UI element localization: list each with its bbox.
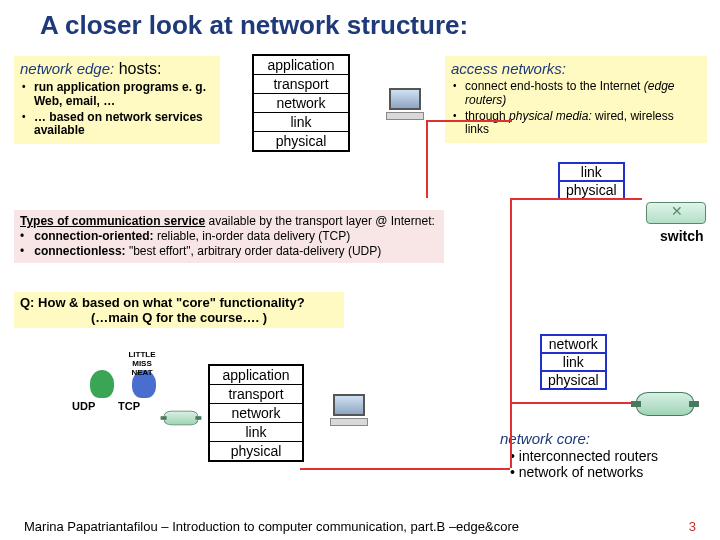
net-line-1 — [300, 468, 510, 470]
switch-label: switch — [660, 228, 704, 244]
types-title: Types of communication service available… — [20, 214, 438, 229]
tcp-label: TCP — [118, 400, 140, 412]
core-list: interconnected routers network of networ… — [510, 448, 658, 480]
net-line-5 — [510, 198, 642, 200]
access-item-1: connect end-hosts to the Internet (edge … — [451, 80, 701, 108]
switch-icon — [646, 202, 706, 224]
router-icon — [636, 392, 694, 416]
q-line2: (…main Q for the course…. ) — [20, 310, 338, 325]
stack-top-physical: physical — [254, 132, 348, 150]
little-miss-label: LITTLE MISS NEAT — [122, 350, 162, 377]
edge-list: run application programs e. g. Web, emai… — [20, 81, 214, 138]
mini-stack-net: network link physical — [540, 334, 607, 388]
access-item-2: through physical media: wired, wireless … — [451, 110, 701, 138]
net-line-3 — [426, 120, 512, 122]
page-number: 3 — [689, 519, 696, 534]
stack-top-transport: transport — [254, 75, 348, 94]
core-b2: network of networks — [510, 464, 658, 480]
edge-item-2: … based on network services available — [20, 111, 214, 139]
pc-icon-bottom — [328, 394, 370, 432]
mini-phys: physical — [558, 180, 625, 200]
udp-label: UDP — [72, 400, 95, 412]
stack-bot-network: network — [210, 404, 302, 423]
access-list: connect end-hosts to the Internet (edge … — [451, 80, 701, 137]
stack-bot-transport: transport — [210, 385, 302, 404]
edge-box: network edge: hosts: run application pro… — [14, 56, 220, 144]
stack-bot-physical: physical — [210, 442, 302, 460]
pc-icon-top — [384, 88, 426, 126]
stack-bot-application: application — [210, 366, 302, 385]
slide-title: A closer look at network structure: — [0, 0, 720, 43]
q-line1: Q: How & based on what "core" functional… — [20, 295, 338, 310]
edge-header: network edge: hosts: — [20, 60, 214, 78]
net-line-4 — [426, 120, 428, 198]
types-b1: • connection-oriented: reliable, in-orde… — [20, 229, 438, 244]
stack-top-link: link — [254, 113, 348, 132]
core-header: network core: — [500, 430, 590, 447]
edge-item-1: run application programs e. g. Web, emai… — [20, 81, 214, 109]
mini-link: link — [558, 162, 625, 182]
stack-top: application transport network link physi… — [252, 54, 350, 152]
char-udp — [90, 370, 114, 398]
stack-top-network: network — [254, 94, 348, 113]
footer-text: Marina Papatriantafilou – Introduction t… — [24, 519, 519, 534]
mini2-network: network — [540, 334, 607, 354]
mini-stack-link-phys: link physical — [558, 162, 625, 198]
access-header: access networks: — [451, 60, 701, 77]
mini2-phys: physical — [540, 370, 607, 390]
stack-bot-link: link — [210, 423, 302, 442]
stack-top-application: application — [254, 56, 348, 75]
edge-header-rest: hosts: — [114, 60, 161, 77]
net-line-2 — [510, 198, 512, 468]
edge-header-ital: network edge: — [20, 60, 114, 77]
mini2-link: link — [540, 352, 607, 372]
stack-bottom: application transport network link physi… — [208, 364, 304, 462]
net-line-6 — [510, 402, 632, 404]
footer: Marina Papatriantafilou – Introduction t… — [24, 519, 696, 534]
access-box: access networks: connect end-hosts to th… — [445, 56, 707, 143]
router-small-icon — [164, 411, 199, 425]
core-b1: interconnected routers — [510, 448, 658, 464]
types-box: Types of communication service available… — [14, 210, 444, 263]
types-b2: • connectionless: "best effort", arbitra… — [20, 244, 438, 259]
q-box: Q: How & based on what "core" functional… — [14, 292, 344, 328]
